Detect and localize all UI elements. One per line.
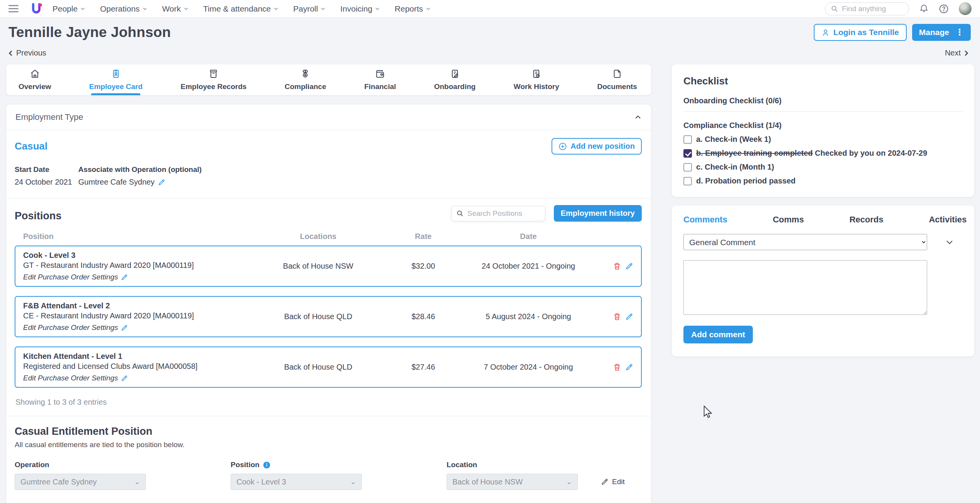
checklist-item: c. Check-in (Month 1) — [683, 163, 963, 172]
tab-employee-card[interactable]: Employee Card — [85, 64, 146, 95]
tab-comms[interactable]: Comms — [773, 215, 804, 225]
employment-type-title: Employment Type — [15, 112, 83, 122]
next-employee-link[interactable]: Next — [945, 49, 969, 57]
home-icon — [30, 69, 40, 79]
menu-work[interactable]: Work — [162, 4, 189, 13]
edit-position-pencil-icon[interactable] — [625, 313, 633, 321]
menu-payroll[interactable]: Payroll — [293, 4, 326, 13]
tab-onboarding[interactable]: Onboarding — [430, 64, 479, 95]
tab-financial[interactable]: Financial — [360, 64, 400, 95]
comment-type-select[interactable]: General Comment — [683, 234, 927, 250]
comments-panel: Comments Comms Records Activities Genera… — [672, 205, 974, 357]
edit-purchase-order-link[interactable]: Edit Purchase Order Settings — [23, 273, 255, 281]
checkbox-unchecked[interactable] — [683, 177, 692, 185]
chevron-down-icon[interactable] — [945, 237, 954, 247]
operation-select: Gumtree Cafe Sydney ⌄ — [15, 474, 146, 490]
tab-records[interactable]: Records — [849, 215, 883, 225]
edit-pencil-icon[interactable] — [158, 178, 165, 186]
operation-value: Gumtree Cafe Sydney — [78, 178, 642, 187]
notifications-bell-icon[interactable] — [919, 4, 929, 13]
hamburger-menu-icon[interactable] — [8, 5, 19, 12]
kebab-menu-icon[interactable]: ⋮ — [955, 27, 964, 37]
previous-employee-link[interactable]: Previous — [8, 49, 46, 57]
onboarding-checklist-group[interactable]: Onboarding Checklist (0/6) — [683, 96, 963, 112]
positions-search-input[interactable] — [467, 209, 537, 218]
menu-reports[interactable]: Reports — [395, 4, 431, 13]
position-row: F&B Attendant - Level 2 CE - Restaurant … — [15, 296, 642, 337]
add-new-position-button[interactable]: Add new position — [552, 138, 642, 155]
add-comment-button[interactable]: Add comment — [683, 326, 753, 343]
chevron-left-icon — [8, 50, 14, 56]
checklist-item: d. Probation period passed — [683, 177, 963, 185]
operation-label: Associate with Operation (optional) — [78, 165, 642, 174]
archive-box-icon — [208, 69, 219, 79]
page-title: Tennille Jayne Johnson — [8, 24, 171, 40]
start-date-label: Start Date — [15, 165, 78, 174]
edit-purchase-order-link[interactable]: Edit Purchase Order Settings — [23, 374, 255, 382]
menu-invoicing[interactable]: Invoicing — [340, 4, 380, 13]
global-search-input[interactable] — [842, 5, 900, 13]
col-date: Date — [465, 232, 592, 241]
delete-position-trash-icon[interactable] — [613, 313, 621, 321]
compliance-checklist-group[interactable]: Compliance Checklist (1/4) — [683, 121, 963, 130]
chevron-down-icon: ⌄ — [350, 478, 356, 486]
collapse-chevron-up-icon[interactable] — [634, 113, 642, 121]
delete-position-trash-icon[interactable] — [613, 262, 621, 271]
chevron-down-icon — [426, 6, 431, 11]
tab-overview[interactable]: Overview — [15, 64, 55, 95]
checkbox-unchecked[interactable] — [683, 135, 692, 144]
login-as-employee-button[interactable]: Login as Tennille — [814, 24, 907, 41]
edit-pencil-icon — [601, 478, 609, 486]
employee-tab-bar: Overview Employee Card Employee Records … — [6, 64, 651, 95]
help-icon[interactable] — [939, 4, 949, 14]
tab-comments[interactable]: Comments — [683, 215, 727, 225]
tab-compliance[interactable]: Compliance — [281, 64, 330, 95]
chevron-down-icon: ⌄ — [566, 478, 572, 486]
location-select: Back of House NSW ⌄ — [447, 474, 578, 490]
employment-history-button[interactable]: Employment history — [554, 205, 642, 222]
comment-textarea[interactable] — [683, 260, 927, 315]
person-icon — [821, 29, 830, 37]
edit-position-pencil-icon[interactable] — [625, 363, 633, 371]
employment-card: Employment Type Casual Add new position … — [6, 104, 651, 503]
chevron-right-icon — [963, 50, 969, 56]
positions-table-header: Position Locations Rate Date — [15, 232, 642, 241]
delete-position-trash-icon[interactable] — [613, 363, 621, 372]
tab-work-history[interactable]: Work History — [510, 64, 563, 95]
edit-purchase-order-link[interactable]: Edit Purchase Order Settings — [23, 323, 255, 332]
col-position: Position — [23, 232, 255, 241]
positions-title: Positions — [15, 210, 62, 222]
chevron-down-icon — [375, 6, 380, 11]
chevron-down-icon — [273, 6, 278, 11]
edit-position-pencil-icon[interactable] — [625, 262, 633, 270]
casual-entitlement-position-title: Casual Entitlement Position — [15, 426, 642, 437]
foundu-logo[interactable] — [30, 3, 42, 15]
clipboard-edit-icon — [450, 69, 460, 79]
tab-activities[interactable]: Activities — [929, 215, 967, 225]
search-icon — [831, 5, 838, 12]
positions-search — [451, 206, 545, 221]
menu-operations[interactable]: Operations — [100, 4, 147, 13]
checkbox-checked[interactable] — [683, 149, 692, 158]
checklist-item: b. Employee training completed Checked b… — [683, 149, 963, 158]
start-date-value: 24 October 2021 — [15, 178, 78, 187]
checkbox-unchecked[interactable] — [683, 163, 692, 172]
employment-type-header: Employment Type — [6, 104, 651, 130]
edit-pencil-icon — [121, 324, 128, 331]
edit-entitlement-position-button[interactable]: Edit — [601, 478, 625, 486]
position-row: Cook - Level 3 GT - Restaurant Industry … — [15, 246, 642, 287]
menu-people[interactable]: People — [52, 4, 85, 13]
col-rate: Rate — [382, 232, 465, 241]
chevron-down-icon — [184, 6, 189, 11]
tab-employee-records[interactable]: Employee Records — [177, 64, 250, 95]
manage-button[interactable]: Manage ⋮ — [912, 24, 971, 41]
plus-circle-icon — [558, 142, 567, 151]
menu-time-attendance[interactable]: Time & attendance — [203, 4, 279, 13]
checklist-item: a. Check-in (Week 1) — [683, 135, 963, 144]
global-search — [825, 2, 909, 15]
tab-documents[interactable]: Documents — [593, 64, 641, 95]
positions-count-text: Showing 1 to 3 of 3 entries — [15, 398, 642, 407]
user-avatar[interactable] — [959, 2, 972, 15]
position-row: Kitchen Attendant - Level 1 Registered a… — [15, 347, 642, 388]
info-icon[interactable] — [263, 461, 271, 469]
